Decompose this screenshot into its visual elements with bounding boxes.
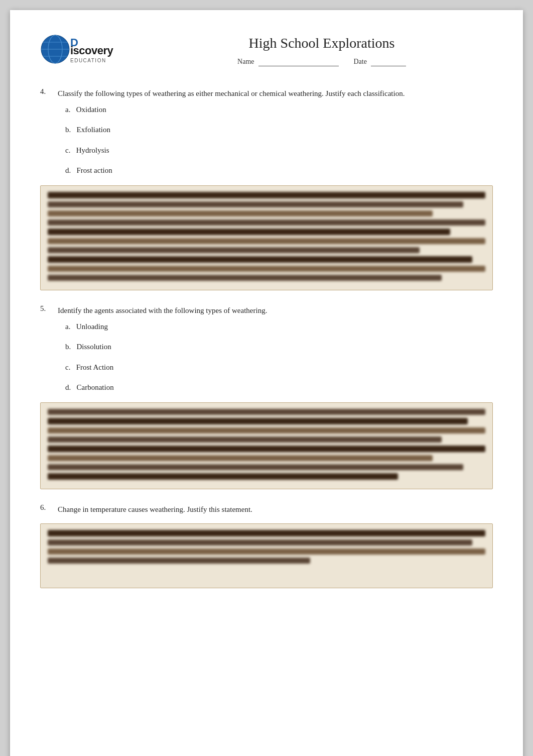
date-underline xyxy=(371,57,406,66)
question-4-answer-content xyxy=(48,192,485,281)
q5-sub-c: c. Frost Action xyxy=(65,362,493,373)
q5-sub-b-text: Dissolution xyxy=(77,343,111,351)
q4-sub-a-label: a. xyxy=(65,105,74,114)
svg-text:D: D xyxy=(70,36,78,49)
date-field-container: Date xyxy=(354,57,406,66)
question-5-number: 5. xyxy=(40,304,58,317)
q4-sub-d: d. Frost action xyxy=(65,165,493,176)
question-4-text: Classify the following types of weatheri… xyxy=(58,87,493,100)
question-4: 4. Classify the following types of weath… xyxy=(40,87,493,290)
question-5-answer-box xyxy=(40,402,493,489)
q4-sub-a: a. Oxidation xyxy=(65,104,493,116)
q4-sub-c-label: c. xyxy=(65,146,74,154)
question-5-row: 5. Identify the agents associated with t… xyxy=(40,304,493,317)
q4-sub-b-text: Exfoliation xyxy=(77,126,111,134)
date-label: Date xyxy=(354,58,367,66)
discovery-logo: iscovery D EDUCATION xyxy=(40,30,141,70)
q4-sub-a-text: Oxidation xyxy=(76,105,106,114)
q5-sub-a-text: Unloading xyxy=(76,322,108,331)
header-right: High School Explorations Name Date xyxy=(151,30,493,66)
name-underline xyxy=(258,57,339,66)
question-5-text: Identify the agents associated with the … xyxy=(58,304,493,317)
logo-container: iscovery D EDUCATION xyxy=(40,30,151,72)
question-4-sub-items: a. Oxidation b. Exfoliation c. Hydrolysi… xyxy=(65,104,493,176)
question-6-text: Change in temperature causes weathering.… xyxy=(58,503,493,516)
page-title: High School Explorations xyxy=(249,35,395,51)
name-date-row: Name Date xyxy=(237,57,406,66)
question-6-row: 6. Change in temperature causes weatheri… xyxy=(40,503,493,516)
name-label: Name xyxy=(237,58,254,66)
content: 4. Classify the following types of weath… xyxy=(40,87,493,588)
q4-sub-c: c. Hydrolysis xyxy=(65,145,493,156)
q5-sub-c-label: c. xyxy=(65,363,74,371)
q5-sub-b-label: b. xyxy=(65,343,75,351)
question-6: 6. Change in temperature causes weatheri… xyxy=(40,503,493,589)
q4-sub-b-label: b. xyxy=(65,126,75,134)
question-6-answer-box xyxy=(40,523,493,588)
question-6-answer-content xyxy=(48,530,485,582)
question-5-sub-items: a. Unloading b. Dissolution c. Frost Act… xyxy=(65,321,493,393)
q5-sub-a: a. Unloading xyxy=(65,321,493,333)
q5-sub-b: b. Dissolution xyxy=(65,341,493,353)
page: iscovery D EDUCATION High School Explora… xyxy=(10,10,523,756)
q5-sub-d-text: Carbonation xyxy=(77,383,114,391)
question-4-number: 4. xyxy=(40,87,58,100)
q5-sub-a-label: a. xyxy=(65,322,74,331)
q5-sub-d-label: d. xyxy=(65,383,75,391)
svg-text:EDUCATION: EDUCATION xyxy=(70,58,106,63)
q5-sub-d: d. Carbonation xyxy=(65,382,493,393)
q4-sub-d-text: Frost action xyxy=(77,166,112,174)
header: iscovery D EDUCATION High School Explora… xyxy=(40,30,493,72)
name-field-container: Name xyxy=(237,57,338,66)
q4-sub-c-text: Hydrolysis xyxy=(76,146,109,154)
question-5-answer-content xyxy=(48,409,485,480)
question-4-row: 4. Classify the following types of weath… xyxy=(40,87,493,100)
q5-sub-c-text: Frost Action xyxy=(76,363,114,371)
q4-sub-d-label: d. xyxy=(65,166,75,174)
question-4-answer-box xyxy=(40,185,493,290)
q4-sub-b: b. Exfoliation xyxy=(65,124,493,136)
question-6-number: 6. xyxy=(40,503,58,516)
question-5: 5. Identify the agents associated with t… xyxy=(40,304,493,489)
